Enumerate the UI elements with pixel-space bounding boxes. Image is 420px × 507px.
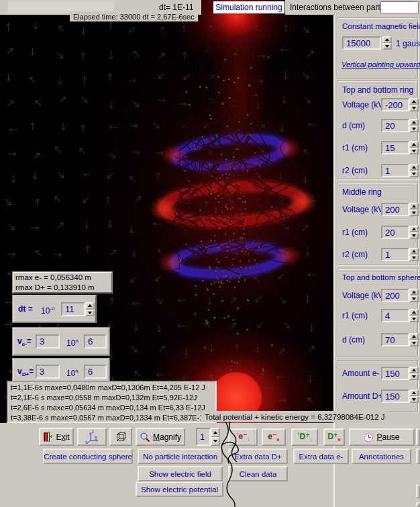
interactions-input[interactable] [380,1,419,13]
sphere-r1-spinner[interactable] [409,309,419,322]
tb-ring-d-input[interactable]: 20 [381,119,409,132]
spin-down-button[interactable] [409,148,419,154]
field-label: Amount e- [342,369,379,378]
tb-ring-r2-input[interactable]: 1 [381,164,409,177]
spin-down-button[interactable] [409,340,419,347]
spin-up-button[interactable] [85,302,95,310]
field-label: r1 (cm) [342,143,368,152]
spin-down-button[interactable] [409,105,419,111]
tb-ring-r2-spinner[interactable] [409,164,419,177]
spin-up-button[interactable] [409,333,419,340]
magnify-button[interactable]: Magnify [136,428,185,446]
amount-electrons-spinner[interactable] [409,367,419,380]
mid-ring-r1-spinner[interactable] [409,226,419,239]
ve-exponent-input[interactable]: 6 [84,334,107,349]
section-title: Middle ring [342,187,382,197]
spin-down-button[interactable] [409,396,419,403]
field-label: Voltage (kV) [342,205,386,214]
show-electric-potential-button[interactable]: Show electric potential [136,481,223,497]
mid-ring-voltage-spinner[interactable] [409,203,419,216]
spin-down-button[interactable] [85,310,95,317]
tb-ring-r1-input[interactable]: 15 [381,141,409,154]
dt-spinner[interactable] [85,302,95,316]
sphere-r1-input[interactable]: 4 [381,309,409,322]
add-electron-button[interactable]: ↑e⁻↓ [228,428,258,446]
edge-sliver-button[interactable] [416,428,420,446]
no-particle-interaction-button[interactable]: No particle interaction [138,449,223,464]
extra-data-electron-button[interactable]: Extra data e- [293,449,349,464]
remove-deuteron-button[interactable]: D⁺x [323,428,345,446]
vd-exponent-input[interactable]: 6 [84,365,107,379]
extra-data-dplus-button[interactable]: Extra data D+ [228,449,288,464]
spin-down-button[interactable] [409,295,419,302]
sphere-voltage-spinner[interactable] [409,289,419,302]
dt-exponent-input[interactable]: 11 [61,302,85,316]
spin-down-button[interactable] [409,126,419,132]
field-label: r2 (cm) [342,166,368,175]
vd-mantissa-input[interactable]: 3 [36,365,60,379]
tb-ring-voltage-spinner[interactable] [409,98,419,111]
dt-step-label: dt= 1E-11 [159,3,193,12]
add-deuteron-button[interactable]: ↑D⁺↓ [291,428,318,446]
tb-ring-r1-spinner[interactable] [409,141,419,154]
tb-ring-d-spinner[interactable] [409,119,419,132]
spin-up-button[interactable] [409,98,419,105]
spin-up-button[interactable] [382,36,392,43]
annotations-button[interactable]: Annotationes [352,449,411,464]
spin-up-button[interactable] [409,367,419,373]
spin-up-button[interactable] [409,141,419,148]
show-electric-field-button[interactable]: Show electric field [138,466,223,481]
simulation-status: Simulation running [213,1,285,13]
spin-up-button[interactable] [409,226,419,232]
spin-up-button[interactable] [409,119,419,126]
sphere-d-spinner[interactable] [409,333,419,347]
spin-up-button[interactable] [409,203,419,210]
sphere-voltage-input[interactable]: 200 [381,289,409,302]
exit-button[interactable]: Exit [39,428,74,446]
spin-down-button[interactable] [382,43,392,50]
create-conducting-sphere-button[interactable]: Create conducting sphere [43,449,133,464]
axis-view-button[interactable]: zyx [77,428,107,446]
field-label: d (cm) [342,121,365,130]
section-title: Top and bottom sphere [342,273,420,281]
pause-button[interactable]: Pause [349,428,415,446]
spin-down-button[interactable] [409,255,419,261]
mid-ring-r2-input[interactable]: 1 [381,248,409,261]
spin-down-button[interactable] [409,232,419,239]
spin-up-button[interactable] [409,289,419,295]
log-line: t=1,1E-6s maxe=0,0480m maxD=0,1306m Et=4… [11,383,213,393]
edge-sliver-button[interactable] [416,485,420,498]
magnetic-field-input[interactable]: 15000 [342,36,381,50]
cube-view-button[interactable] [109,428,132,446]
edge-sliver-button[interactable] [416,449,420,464]
spin-down-button[interactable] [409,373,419,380]
spin-up-button[interactable] [409,309,419,316]
tb-ring-voltage-input[interactable]: -200 [381,98,409,111]
mid-ring-voltage-input[interactable]: 200 [381,203,409,216]
spin-down-button[interactable] [211,437,220,447]
remove-electron-button[interactable]: e⁻x [262,428,286,446]
magnetic-field-spinner[interactable] [382,36,392,50]
magnify-factor-spinner[interactable] [211,428,220,446]
delete-x-icon: x [337,436,340,443]
spin-up-button[interactable] [409,248,419,255]
spin-up-button[interactable] [409,164,419,171]
spin-down-button[interactable] [409,316,419,322]
field-label: r1 (cm) [342,228,368,237]
pause-label: Pause [376,432,399,442]
spin-up-button[interactable] [409,389,419,396]
spin-up-button[interactable] [211,428,220,437]
amount-electrons-input[interactable]: 150 [381,367,409,380]
mid-ring-r1-input[interactable]: 20 [381,226,409,239]
edge-sliver-button[interactable] [416,502,420,507]
clean-data-button[interactable]: Clean data [228,466,288,481]
mid-ring-r2-spinner[interactable] [409,248,419,261]
sphere-d-input[interactable]: 70 [381,333,409,347]
magnify-factor-input[interactable]: 1 [196,428,211,446]
rmax-readout: rmax e- = 0,056340 m rmax D+ = 0,133910 … [12,271,113,293]
spin-down-button[interactable] [409,171,419,177]
ve-mantissa-input[interactable]: 3 [36,334,60,349]
amount-deuterons-spinner[interactable] [409,389,419,403]
spin-down-button[interactable] [409,210,419,216]
amount-deuterons-input[interactable]: 150 [381,389,409,403]
